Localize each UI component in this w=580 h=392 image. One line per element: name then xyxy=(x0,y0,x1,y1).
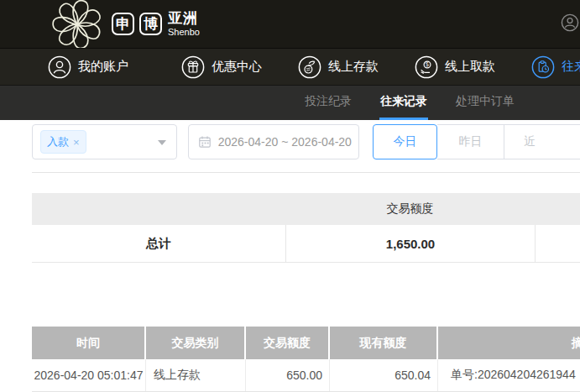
selected-type-tag: 入款 × xyxy=(40,130,86,154)
cell-balance: 650.04 xyxy=(330,359,438,391)
flower-logo-icon xyxy=(46,0,107,48)
record-tabs: 投注纪录 往来记录 处理中订单 xyxy=(0,85,580,120)
logo-char-box: 博 xyxy=(139,13,162,35)
summary-table: 交易额度 总计 1,650.00 xyxy=(32,193,580,263)
summary-header-amount: 交易额度 xyxy=(285,201,535,217)
cell-time: 2026-04-20 05:01:47 xyxy=(32,359,146,391)
nav-item-label: 我的账户 xyxy=(78,59,128,75)
summary-total-row: 总计 1,650.00 xyxy=(32,225,580,263)
transaction-type-select[interactable]: 入款 × xyxy=(32,124,177,159)
tab-betting-records[interactable]: 投注纪录 xyxy=(304,86,353,120)
filter-row: 入款 × 2026-04-20 ~ 2026-04-20 今日 昨日 近 xyxy=(32,124,580,159)
column-header-remark: 摘要 xyxy=(438,327,580,359)
tag-label: 入款 xyxy=(47,134,69,149)
column-header-type: 交易类别 xyxy=(146,327,246,359)
brand-logo[interactable]: 申 博 亚洲 Shenbo xyxy=(46,0,200,48)
section-divider xyxy=(32,172,580,173)
nav-item-label: 线上取款 xyxy=(445,59,495,75)
nav-item-label: 优惠中心 xyxy=(212,59,262,75)
account-icon xyxy=(48,55,71,79)
chevron-down-icon xyxy=(158,140,166,145)
today-button[interactable]: 今日 xyxy=(373,124,437,159)
yesterday-button[interactable]: 昨日 xyxy=(437,124,504,159)
total-empty-cell xyxy=(535,225,580,262)
logo-char-box: 申 xyxy=(112,13,134,35)
calendar-icon xyxy=(198,135,212,149)
quick-date-buttons: 今日 昨日 近 xyxy=(373,124,580,159)
cell-amount: 650.00 xyxy=(246,359,330,391)
tag-close-icon[interactable]: × xyxy=(73,137,80,148)
column-header-time: 时间 xyxy=(32,327,146,359)
user-avatar-icon xyxy=(561,13,579,32)
nav-item-my-account[interactable]: 我的账户 xyxy=(48,55,128,79)
logo-characters: 申 博 xyxy=(112,13,162,35)
main-navigation: 我的账户 优惠中心 线上存款 $ 线上取款 xyxy=(0,48,580,85)
recent-days-button[interactable]: 近 xyxy=(504,124,580,159)
total-amount: 1,650.00 xyxy=(285,225,535,262)
withdraw-icon: $ xyxy=(415,55,438,79)
column-header-balance: 现有额度 xyxy=(330,327,438,359)
cell-remark: 单号:202604204261944 xyxy=(438,359,580,391)
nav-item-transaction-records[interactable]: 往来记录 xyxy=(531,55,580,79)
deposit-icon xyxy=(298,55,321,79)
brand-header: 申 博 亚洲 Shenbo h xyxy=(0,0,580,48)
date-range-input[interactable]: 2026-04-20 ~ 2026-04-20 xyxy=(188,124,359,159)
records-icon xyxy=(531,55,555,79)
svg-text:$: $ xyxy=(426,61,429,68)
nav-item-online-deposit[interactable]: 线上存款 xyxy=(298,55,379,79)
table-row: 2026-04-20 05:01:47 线上存款 650.00 650.04 单… xyxy=(32,359,580,392)
brand-subtitle: Shenbo xyxy=(168,28,200,37)
cell-type: 线上存款 xyxy=(146,359,246,391)
nav-item-promotions[interactable]: 优惠中心 xyxy=(181,55,262,79)
tab-pending-orders[interactable]: 处理中订单 xyxy=(455,86,515,120)
user-account[interactable]: h xyxy=(561,13,580,32)
summary-table-header: 交易额度 xyxy=(32,193,580,225)
total-label: 总计 xyxy=(32,225,285,262)
column-header-amount: 交易额度 xyxy=(246,327,330,359)
gift-icon xyxy=(181,55,205,79)
records-table-header: 时间 交易类别 交易额度 现有额度 摘要 xyxy=(32,327,580,359)
nav-item-online-withdraw[interactable]: $ 线上取款 xyxy=(415,55,495,79)
brand-region-label: 亚洲 xyxy=(168,11,200,25)
nav-item-label: 线上存款 xyxy=(328,59,379,75)
date-range-value: 2026-04-20 ~ 2026-04-20 xyxy=(218,135,352,149)
tab-transaction-records[interactable]: 往来记录 xyxy=(379,86,428,120)
records-table: 时间 交易类别 交易额度 现有额度 摘要 2026-04-20 05:01:47… xyxy=(32,327,580,392)
nav-item-label: 往来记录 xyxy=(562,59,580,75)
